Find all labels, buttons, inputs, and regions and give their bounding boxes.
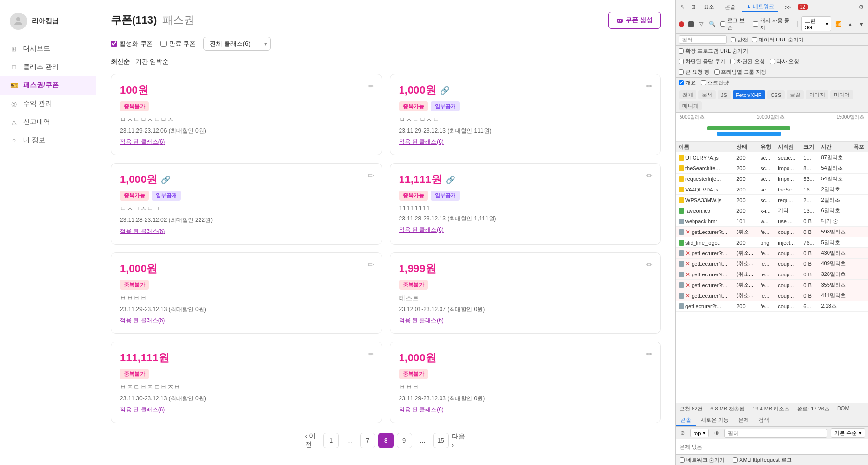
console-tab-new-features[interactable]: 새로운 기능 [696, 414, 734, 426]
cursor-icon[interactable]: ↖ [679, 3, 686, 11]
sidebar-item-dashboard[interactable]: ⊞ 대시보드 [0, 40, 96, 58]
network-table-row[interactable]: ✕ getLecturer?t... (취소... fe... coup... … [676, 290, 868, 301]
network-table-row[interactable]: ✕ getLecturer?t... (취소... fe... coup... … [676, 280, 868, 290]
type-filter-btn[interactable]: 문서 [698, 90, 716, 99]
big-requests-checkbox[interactable] [679, 69, 684, 75]
overview-checkbox[interactable] [679, 80, 684, 85]
frame-group-checkbox[interactable] [714, 69, 720, 75]
type-filter-btn[interactable]: 이미지 [806, 90, 828, 99]
network-table-row[interactable]: slid_line_logo... 200 png inject... 76..… [676, 237, 868, 248]
network-table-row[interactable]: ✕ getLecturer?t... (취소... fe... coup... … [676, 269, 868, 280]
active-coupon-filter[interactable]: 활성화 쿠폰 [111, 40, 153, 48]
network-table-row[interactable]: UTGLRY7A.js 200 sc... searc... 1... 87밀리… [676, 152, 868, 163]
network-hide-checkbox[interactable] [680, 457, 685, 463]
hide-ext-checkbox[interactable] [679, 48, 684, 54]
coupon-class-link[interactable]: 적용 된 클래스(6) [399, 316, 652, 325]
expired-coupon-checkbox[interactable] [160, 41, 167, 47]
type-filter-btn[interactable]: 글꼴 [787, 90, 804, 99]
page-btn-8[interactable]: 8 [378, 433, 394, 448]
coupon-edit-button[interactable]: ✏ [646, 82, 653, 91]
throttle-select[interactable]: 느린 3G ▾ [801, 16, 831, 31]
type-filter-btn[interactable]: 전체 [679, 90, 696, 99]
coupon-class-link[interactable]: 적용 된 클래스(6) [120, 406, 373, 414]
coupon-edit-button[interactable]: ✏ [646, 350, 653, 358]
col-type[interactable]: 유형 [758, 142, 775, 152]
col-waterfall[interactable]: 폭포 [851, 142, 868, 152]
xmlhttp-checkbox[interactable] [733, 457, 738, 463]
tab-network[interactable]: ▲ 네트워크 [742, 2, 778, 12]
prev-page-btn[interactable]: ‹ 이전 [305, 433, 320, 448]
network-table-row[interactable]: requesterInje... 200 sc... impo... 53...… [676, 174, 868, 184]
col-time[interactable]: 시간 [818, 142, 850, 152]
console-tab-issues[interactable]: 문제 [734, 414, 754, 426]
type-filter-btn[interactable]: 미디어 [830, 90, 853, 99]
sidebar-item-revenue[interactable]: ◎ 수익 관리 [0, 95, 96, 113]
tab-elements[interactable]: 요소 [700, 2, 718, 12]
col-name[interactable]: 이름 [676, 142, 734, 152]
sidebar-item-passpass[interactable]: 🎫 패스권/쿠폰 [0, 76, 96, 95]
sort-period[interactable]: 기간 임박순 [135, 57, 169, 66]
network-table-row[interactable]: WPSA33MW.js 200 sc... requ... 2... 2밀리초 [676, 195, 868, 205]
page-btn-9[interactable]: 9 [397, 433, 412, 448]
network-table-row[interactable]: ✕ getLecturer?t... (취소... fe... coup... … [676, 227, 868, 237]
console-tab-console[interactable]: 콘솔 [676, 414, 696, 426]
log-preserve-checkbox[interactable] [720, 21, 725, 27]
sidebar-item-class-manage[interactable]: □ 클래스 관리 [0, 58, 96, 76]
console-context-select[interactable]: top ▾ [690, 429, 709, 437]
console-filter-input[interactable] [724, 429, 827, 438]
page-btn-7[interactable]: 7 [360, 433, 375, 448]
coupon-class-link[interactable]: 적용 된 클래스(6) [399, 226, 652, 234]
console-tab-search[interactable]: 검색 [754, 414, 774, 426]
blocked-requests-checkbox[interactable] [730, 59, 735, 64]
type-filter-btn[interactable]: JS [718, 90, 731, 99]
network-table-row[interactable]: ✕ getLecturer?t... (취소... fe... coup... … [676, 248, 868, 259]
next-page-btn[interactable]: 다음 › [452, 433, 467, 448]
type-filter-btn[interactable]: Fetch/XHR [733, 90, 765, 99]
gear-icon[interactable]: ⚙ [857, 3, 865, 11]
coupon-class-link[interactable]: 적용 된 클래스(6) [399, 406, 652, 414]
tab-console[interactable]: 콘솔 [721, 2, 739, 12]
coupon-class-link[interactable]: 적용 된 클래스(6) [120, 138, 373, 146]
search-icon[interactable]: 🔍 [709, 20, 716, 28]
layout-icon[interactable]: ⊡ [689, 3, 697, 11]
console-level-select[interactable]: 기본 수준 ▾ [831, 428, 865, 438]
col-initiator[interactable]: 시작점 [775, 142, 801, 152]
page-btn-15[interactable]: 15 [433, 433, 449, 448]
coupon-class-link[interactable]: 적용 된 클래스(6) [120, 227, 373, 235]
network-table-row[interactable]: favicon.ico 200 x-i... 기타 13... 6밀리초 [676, 205, 868, 216]
network-table-row[interactable]: VA4QEVD4.js 200 sc... theSe... 16... 2밀리… [676, 184, 868, 195]
expired-coupon-filter[interactable]: 만료 쿠폰 [160, 40, 196, 48]
coupon-class-link[interactable]: 적용 된 클래스(6) [399, 138, 652, 146]
cache-disable-checkbox[interactable] [753, 21, 758, 27]
network-table-row[interactable]: theSearchIte... 200 sc... impo... 8... 5… [676, 163, 868, 174]
coupon-edit-button[interactable]: ✏ [368, 82, 374, 91]
console-clear-icon[interactable]: ⊘ [679, 429, 686, 437]
create-coupon-button[interactable]: 🎟 쿠폰 생성 [608, 12, 661, 29]
filter-input[interactable] [679, 35, 727, 44]
console-eye-icon[interactable]: 👁 [713, 429, 721, 437]
filter-icon[interactable]: ▽ [697, 20, 705, 28]
class-filter-select[interactable]: 전체 클래스(6) [203, 37, 271, 51]
sort-latest[interactable]: 최신순 [111, 57, 130, 66]
type-filter-btn[interactable]: 매니페 [679, 101, 702, 110]
coupon-edit-button[interactable]: ✏ [646, 260, 653, 269]
coupon-edit-button[interactable]: ✏ [368, 260, 374, 269]
col-status[interactable]: 상태 [734, 142, 758, 152]
network-table-row[interactable]: getLecturer?t... 200 fe... coup... 6... … [676, 301, 868, 312]
coupon-edit-button[interactable]: ✏ [368, 350, 374, 358]
coupon-class-link[interactable]: 적용 된 클래스(6) [120, 316, 373, 325]
screenshot-checkbox[interactable] [701, 80, 706, 85]
third-party-checkbox[interactable] [770, 59, 775, 64]
blocked-cookies-checkbox[interactable] [679, 59, 684, 64]
type-filter-btn[interactable]: CSS [767, 90, 785, 99]
network-table-row[interactable]: ✕ getLecturer?t... (취소... fe... coup... … [676, 259, 868, 269]
coupon-edit-button[interactable]: ✏ [646, 171, 653, 180]
page-btn-1[interactable]: 1 [323, 433, 339, 448]
sidebar-item-report[interactable]: △ 신고내역 [0, 113, 96, 131]
hide-url-checkbox[interactable] [752, 37, 757, 42]
invert-checkbox[interactable] [731, 37, 736, 42]
network-table-row[interactable]: webpack-hmr 101 w... use-... 0 B 대기 중 [676, 216, 868, 227]
col-size[interactable]: 크기 [801, 142, 818, 152]
sidebar-item-myinfo[interactable]: ○ 내 정보 [0, 131, 96, 150]
tab-more[interactable]: >> [781, 3, 795, 11]
